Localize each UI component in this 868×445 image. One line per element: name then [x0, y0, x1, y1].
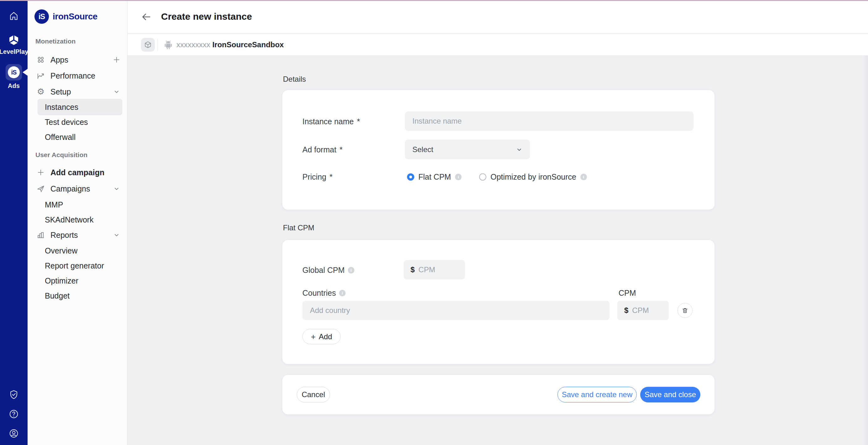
- help-icon: [8, 409, 19, 419]
- breadcrumb: xxxxxxxxx IronSourceSandbox: [177, 40, 284, 49]
- app-name: IronSourceSandbox: [213, 40, 284, 49]
- country-cpm-input-wrap: $: [617, 301, 669, 320]
- sidebar-item-setup[interactable]: ⚙ Setup: [28, 84, 127, 99]
- levelplay-unity-icon: [7, 34, 20, 46]
- sidebar-item-mmp[interactable]: MMP: [28, 197, 127, 212]
- pricing-option-label: Flat CPM: [418, 172, 451, 181]
- rail-levelplay[interactable]: LevelPlay: [0, 34, 28, 56]
- chevron-down-icon: [113, 185, 121, 193]
- page-header: Create new instance: [127, 0, 868, 33]
- sidebar-item-label: Budget: [45, 292, 69, 300]
- global-cpm-input[interactable]: [418, 265, 450, 274]
- rail-levelplay-label: LevelPlay: [0, 48, 28, 56]
- info-icon[interactable]: i: [580, 174, 587, 180]
- setup-gear-icon: ⚙: [36, 87, 45, 96]
- chevron-down-icon: [113, 88, 121, 96]
- account-icon: [8, 428, 19, 439]
- pricing-option-flat-cpm[interactable]: Flat CPM i: [407, 172, 462, 181]
- flat-cpm-section-title: Flat CPM: [283, 224, 314, 232]
- sidebar-item-label: Performance: [51, 71, 95, 80]
- ads-active-box: iS: [6, 64, 22, 80]
- save-and-close-button[interactable]: Save and close: [640, 387, 700, 403]
- add-app-icon[interactable]: [113, 56, 121, 64]
- active-item-notch: [23, 69, 28, 76]
- ad-format-select[interactable]: Select: [405, 140, 530, 159]
- form-content: Details Instance name* Ad format* Select…: [127, 56, 868, 445]
- scrollbar-track[interactable]: [863, 56, 868, 445]
- rail-home[interactable]: [0, 11, 28, 21]
- dollar-prefix: $: [410, 265, 414, 274]
- instance-name-input[interactable]: [405, 111, 693, 131]
- top-accent-strip: [0, 0, 868, 1]
- sidebar-item-campaigns[interactable]: Campaigns: [28, 181, 127, 196]
- save-and-create-new-button[interactable]: Save and create new: [557, 387, 637, 403]
- sidebar-item-instances[interactable]: Instances: [28, 100, 127, 114]
- radio-unselected-icon[interactable]: [479, 173, 486, 180]
- add-country-input[interactable]: [302, 301, 610, 320]
- sidebar-item-label: Overview: [45, 246, 78, 255]
- rail-account[interactable]: [0, 428, 28, 439]
- footer-actions-card: Cancel Save and create new Save and clos…: [282, 375, 714, 414]
- breadcrumb-divider: [158, 38, 158, 51]
- section-title-user-acquisition: User Acquisition: [35, 151, 87, 159]
- sidebar-item-report-generator[interactable]: Report generator: [28, 258, 127, 273]
- rail-help[interactable]: [0, 409, 28, 419]
- sidebar: iS ironSource Monetization Apps Performa…: [28, 0, 127, 445]
- rail-privacy[interactable]: [0, 389, 28, 400]
- sidebar-item-reports[interactable]: Reports: [28, 228, 127, 242]
- dollar-prefix: $: [624, 306, 628, 315]
- shield-check-icon: [8, 389, 19, 400]
- sidebar-item-label: Report generator: [45, 261, 104, 270]
- android-icon: [163, 39, 174, 50]
- main-area: Create new instance: [127, 0, 868, 445]
- reports-bar-chart-icon: [36, 231, 45, 239]
- pricing-label: Pricing*: [302, 172, 333, 181]
- ad-format-selected-value: Select: [412, 145, 433, 154]
- back-arrow-icon[interactable]: [141, 11, 152, 22]
- info-icon[interactable]: i: [339, 290, 346, 296]
- sidebar-item-budget[interactable]: Budget: [28, 288, 127, 303]
- sidebar-item-label: MMP: [45, 200, 63, 209]
- radio-selected-icon[interactable]: [407, 173, 414, 180]
- app-cube-badge[interactable]: [141, 38, 155, 52]
- sidebar-item-label: Optimizer: [45, 276, 78, 285]
- ironsource-logo-icon: iS: [34, 9, 49, 24]
- sidebar-item-label: Campaigns: [51, 184, 90, 194]
- sidebar-item-label: Setup: [51, 87, 71, 96]
- countries-label: Countries i: [302, 288, 346, 298]
- pricing-option-optimized[interactable]: Optimized by ironSource i: [479, 172, 587, 181]
- delete-row-button[interactable]: [678, 303, 692, 318]
- country-cpm-input[interactable]: [632, 306, 657, 315]
- chevron-down-icon: [113, 231, 121, 239]
- pricing-radio-group: Flat CPM i Optimized by ironSource i: [407, 172, 587, 181]
- home-icon: [8, 11, 19, 21]
- sidebar-item-apps[interactable]: Apps: [28, 52, 127, 67]
- details-section-title: Details: [283, 75, 306, 83]
- add-country-row-button[interactable]: + Add: [302, 329, 341, 344]
- sidebar-item-offerwall[interactable]: Offerwall: [28, 130, 127, 145]
- apps-grid-icon: [36, 56, 45, 64]
- cpm-column-header: CPM: [619, 288, 636, 298]
- sidebar-item-add-campaign[interactable]: Add campaign: [28, 165, 127, 180]
- sidebar-item-skadnetwork[interactable]: SKAdNetwork: [28, 212, 127, 227]
- app-rail: LevelPlay iS Ads: [0, 0, 28, 445]
- info-icon[interactable]: i: [348, 267, 354, 274]
- ironsource-logo[interactable]: iS ironSource: [34, 9, 97, 24]
- sidebar-item-optimizer[interactable]: Optimizer: [28, 273, 127, 288]
- global-cpm-label: Global CPM i: [302, 266, 354, 275]
- campaign-rocket-icon: [36, 184, 45, 193]
- sidebar-item-performance[interactable]: Performance: [28, 68, 127, 83]
- trash-icon: [682, 307, 688, 314]
- sidebar-item-label: Add campaign: [51, 168, 104, 177]
- ironsource-ads-icon: iS: [8, 66, 20, 78]
- page-title: Create new instance: [161, 11, 252, 22]
- cancel-button[interactable]: Cancel: [297, 387, 330, 403]
- info-icon[interactable]: i: [455, 174, 462, 180]
- sidebar-item-overview[interactable]: Overview: [28, 243, 127, 258]
- details-card: Instance name* Ad format* Select Pricing…: [282, 90, 714, 210]
- rail-ads[interactable]: iS Ads: [0, 64, 28, 90]
- sidebar-item-label: Offerwall: [45, 133, 75, 142]
- ad-format-label: Ad format*: [302, 145, 342, 154]
- sidebar-item-label: Apps: [51, 56, 68, 65]
- sidebar-item-test-devices[interactable]: Test devices: [28, 114, 127, 130]
